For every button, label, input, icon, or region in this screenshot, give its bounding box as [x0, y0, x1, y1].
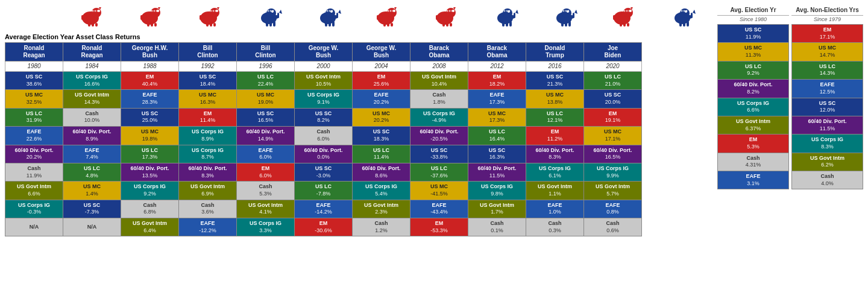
svg-point-62 — [332, 10, 333, 12]
svg-rect-70 — [377, 15, 379, 20]
asset-cell: US Corps IG5.4% — [353, 182, 410, 200]
asset-cell: US Govt Intm6.4% — [121, 218, 179, 236]
svg-rect-54 — [329, 22, 331, 27]
year-cell: 1988 — [121, 62, 179, 72]
asset-cell: Cash0.3% — [526, 218, 584, 236]
table-row: 60/40 Div. Port.20.2%EAFE7.4%US LC17.3%U… — [5, 145, 642, 163]
svg-point-73 — [388, 10, 389, 12]
asset-cell: US MC19.0% — [237, 90, 295, 108]
svg-point-12 — [97, 10, 99, 12]
asset-cell: EAFE-43.4% — [410, 200, 468, 218]
svg-rect-18 — [154, 23, 157, 27]
title: Average Election Year Asset Class Return… — [5, 33, 712, 40]
asset-cell: US MC1.4% — [63, 182, 121, 200]
asset-cell: Cash6.0% — [295, 127, 353, 145]
asset-cell: EAFE-12.2% — [179, 218, 237, 236]
svg-point-75 — [392, 10, 394, 12]
asset-cell: US LC-7.8% — [295, 182, 353, 200]
asset-cell: US Corps IG9.2% — [121, 182, 179, 200]
donkey-icon — [300, 5, 358, 31]
asset-cell: N/A — [5, 218, 63, 236]
asset-cell: Cash1.8% — [410, 90, 468, 108]
asset-cell: US LC11.4% — [353, 145, 410, 163]
svg-marker-96 — [515, 10, 518, 14]
asset-cell: US SC25.0% — [121, 108, 179, 126]
avg-cell: EAFE3.1% — [718, 171, 789, 189]
svg-rect-105 — [568, 21, 571, 27]
avg-cell: US Govt Intm6.2% — [792, 153, 863, 171]
svg-point-25 — [156, 10, 158, 12]
table-row: N/AN/AUS Govt Intm6.4%EAFE-12.2%US Corps… — [5, 218, 642, 236]
svg-marker-108 — [574, 10, 577, 14]
asset-cell: 60/40 Div. Port.-20.5% — [410, 127, 468, 145]
avg-cell: US SC11.9% — [718, 25, 789, 43]
asset-cell: EAFE20.2% — [353, 90, 410, 108]
asset-cell: US SC20.0% — [584, 90, 642, 108]
avg-subheader: Since 1979 — [791, 16, 863, 24]
svg-point-64 — [387, 8, 397, 17]
year-cell: 2020 — [584, 62, 642, 72]
svg-rect-20 — [140, 15, 142, 20]
svg-point-50 — [272, 10, 274, 12]
svg-rect-3 — [88, 23, 90, 27]
asset-cell: EAFE-14.2% — [295, 200, 353, 218]
avg-subheader: Since 1980 — [717, 16, 789, 24]
svg-rect-132 — [691, 13, 693, 18]
svg-point-10 — [92, 10, 94, 12]
president-header: RonaldReagan — [5, 43, 63, 62]
svg-rect-107 — [573, 13, 574, 18]
svg-rect-80 — [446, 23, 448, 27]
asset-cell: EAFE1.0% — [526, 200, 584, 218]
svg-rect-66 — [383, 23, 386, 27]
svg-rect-120 — [613, 15, 615, 20]
president-header: BarackObama — [410, 43, 468, 62]
icons-row — [5, 5, 712, 31]
asset-cell: US SC-3.0% — [295, 163, 353, 181]
asset-cell: US Corps IG9.9% — [584, 163, 642, 181]
svg-point-37 — [213, 10, 215, 12]
svg-point-74 — [390, 10, 392, 12]
svg-rect-31 — [213, 23, 216, 27]
asset-cell: US Govt Intm1.7% — [468, 200, 526, 218]
asset-cell: EM-53.3% — [410, 218, 468, 236]
avg-cell: EM17.1% — [792, 25, 863, 43]
asset-cell: US Corps IG8.7% — [179, 145, 237, 163]
year-cell: 1992 — [179, 62, 237, 72]
president-header: BillClinton — [237, 43, 295, 62]
asset-cell: 60/40 Div. Port.14.9% — [237, 127, 295, 145]
table-row: Cash11.9%US LC4.8%60/40 Div. Port.13.5%6… — [5, 163, 642, 181]
avg-cell: US LC14.3% — [792, 61, 863, 79]
asset-cell: EM-30.6% — [295, 218, 353, 236]
table-row: US Corps IG-0.3%US SC-7.3%Cash6.8%Cash3.… — [5, 200, 642, 218]
president-header: JoeBiden — [584, 43, 642, 62]
svg-rect-53 — [325, 22, 327, 27]
asset-cell: Cash0.1% — [468, 218, 526, 236]
elephant-icon — [596, 5, 653, 31]
svg-rect-118 — [627, 23, 629, 27]
asset-cell: US Govt Intm6.9% — [179, 182, 237, 200]
asset-cell: US SC8.2% — [295, 108, 353, 126]
svg-rect-91 — [502, 22, 505, 27]
asset-cell: US Govt Intm6.6% — [5, 182, 63, 200]
asset-cell: EM11.4% — [179, 108, 237, 126]
asset-cell: US LC12.1% — [526, 108, 584, 126]
asset-cell: US Govt Intm10.4% — [410, 72, 468, 90]
asset-cell: US LC16.4% — [468, 127, 526, 145]
svg-marker-46 — [279, 10, 282, 14]
asset-cell: US SC-7.3% — [63, 200, 121, 218]
avg-header: Avg. Non-Election Yrs — [791, 5, 863, 16]
svg-rect-83 — [436, 15, 438, 20]
avg-cell: EAFE12.5% — [792, 80, 863, 98]
asset-cell: US Govt Intm4.1% — [237, 200, 295, 218]
asset-cell: EAFE7.4% — [63, 145, 121, 163]
svg-rect-117 — [623, 23, 626, 27]
asset-cell: 60/40 Div. Port.13.5% — [121, 163, 179, 181]
svg-rect-92 — [506, 22, 508, 27]
svg-point-1 — [92, 8, 101, 17]
svg-rect-41 — [266, 22, 268, 27]
asset-cell: 60/40 Div. Port.20.2% — [5, 145, 63, 163]
elephant-icon — [123, 5, 181, 31]
svg-rect-43 — [273, 21, 275, 27]
donkey-icon — [477, 5, 535, 31]
svg-point-23 — [151, 10, 153, 12]
